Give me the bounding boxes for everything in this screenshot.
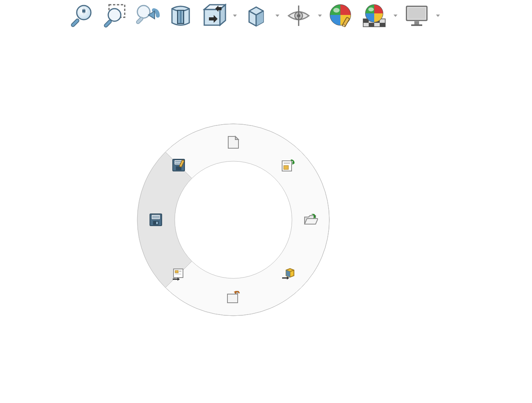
fullscreen-dropdown[interactable] (435, 1, 441, 30)
new-file-icon (227, 136, 239, 149)
svg-rect-45 (414, 21, 419, 24)
zoom-fit-icon (69, 3, 94, 28)
svg-rect-56 (284, 166, 288, 169)
bounding-box-icon (201, 3, 226, 28)
zoom-region-button[interactable] (100, 1, 129, 30)
export-page-icon (172, 268, 185, 281)
svg-rect-9 (103, 19, 112, 28)
open-folder-icon (304, 214, 318, 226)
svg-point-50 (175, 161, 292, 278)
svg-rect-1 (71, 18, 80, 28)
svg-rect-39 (380, 23, 385, 27)
svg-rect-46 (411, 24, 422, 26)
svg-rect-70 (174, 269, 183, 278)
zoom-fit-button[interactable] (67, 1, 96, 30)
radial-item-merge-project[interactable] (281, 267, 295, 282)
svg-rect-81 (156, 222, 158, 224)
zoom-previous-button[interactable] (133, 1, 162, 30)
import-3d-icon (281, 268, 295, 281)
chevron-down-icon (275, 15, 279, 17)
fullscreen-icon (404, 3, 429, 28)
svg-rect-72 (179, 271, 181, 272)
clip-sketch-button[interactable] (166, 1, 195, 30)
svg-rect-67 (227, 294, 238, 303)
texture-button[interactable] (360, 1, 389, 30)
bounding-box-dropdown[interactable] (232, 1, 238, 30)
svg-marker-21 (233, 15, 237, 17)
draw-style-button[interactable] (242, 1, 271, 30)
svg-rect-38 (369, 23, 374, 27)
zoom-previous-icon (135, 3, 160, 28)
draw-style-dropdown[interactable] (275, 1, 280, 30)
chevron-down-icon (318, 15, 322, 17)
save-icon (149, 213, 163, 226)
svg-marker-42 (393, 15, 397, 17)
svg-marker-30 (318, 15, 322, 17)
export-part-icon (281, 158, 295, 172)
svg-marker-26 (275, 15, 279, 17)
svg-marker-75 (177, 278, 180, 281)
svg-rect-77 (151, 215, 160, 219)
texture-icon (362, 3, 387, 28)
chevron-down-icon (436, 15, 440, 17)
svg-rect-57 (284, 162, 290, 164)
fullscreen-button[interactable] (402, 1, 431, 30)
radial-item-save[interactable] (149, 213, 163, 227)
clip-sketch-icon (168, 3, 193, 28)
chevron-down-icon (393, 15, 397, 17)
radial-item-new[interactable] (226, 135, 240, 149)
svg-rect-71 (175, 271, 178, 273)
chevron-down-icon (233, 15, 237, 17)
svg-rect-13 (177, 10, 184, 24)
radial-item-import-page[interactable] (226, 290, 240, 304)
svg-rect-44 (408, 8, 425, 19)
import-page-icon (227, 291, 240, 304)
svg-point-41 (368, 7, 374, 11)
svg-marker-54 (235, 136, 238, 140)
svg-point-32 (333, 8, 340, 13)
radial-item-export-page[interactable] (172, 267, 186, 282)
svg-rect-73 (175, 274, 181, 274)
svg-rect-11 (136, 17, 144, 24)
texture-dropdown[interactable] (393, 1, 398, 30)
radial-ring (137, 123, 330, 316)
save-edit-icon (172, 158, 185, 172)
radial-menu[interactable] (137, 123, 330, 316)
svg-point-10 (137, 6, 150, 18)
appearance-edit-icon (329, 3, 354, 28)
svg-point-8 (108, 9, 121, 21)
draw-style-icon (244, 3, 269, 28)
bounding-box-button[interactable] (199, 1, 228, 30)
svg-marker-60 (305, 219, 318, 224)
show-hide-dropdown[interactable] (317, 1, 323, 30)
svg-marker-47 (436, 15, 440, 17)
view-toolbar (67, 0, 441, 31)
radial-item-open[interactable] (304, 213, 318, 227)
show-hide-icon (286, 3, 311, 28)
radial-item-export-part[interactable] (281, 158, 295, 172)
zoom-region-icon (102, 3, 127, 28)
appearance-edit-button[interactable] (327, 1, 356, 30)
radial-item-save-as[interactable] (172, 158, 186, 172)
show-hide-button[interactable] (284, 1, 313, 30)
